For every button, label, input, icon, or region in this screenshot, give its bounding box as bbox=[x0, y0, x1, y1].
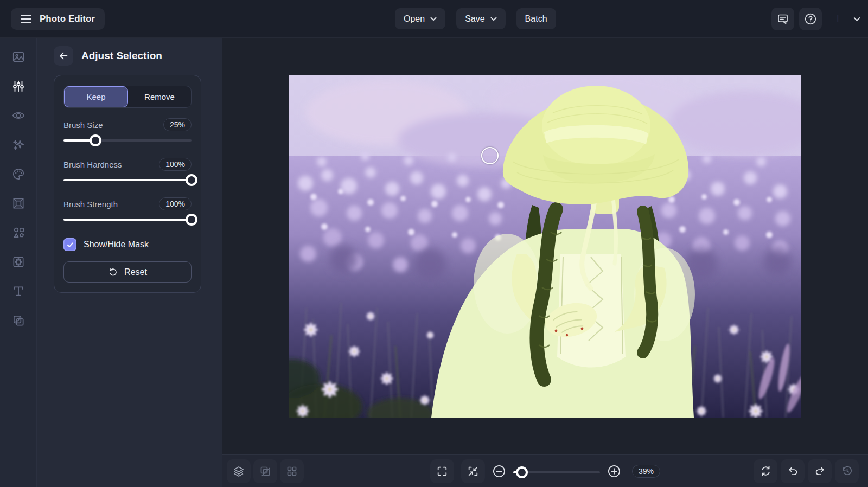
show-hide-mask-row[interactable]: Show/Hide Mask bbox=[63, 238, 192, 251]
canvas-area[interactable] bbox=[222, 38, 868, 454]
reload-icon bbox=[760, 465, 772, 477]
remove-tab[interactable]: Remove bbox=[128, 86, 191, 107]
redo-button[interactable] bbox=[808, 459, 832, 483]
rail-item-paint[interactable] bbox=[0, 159, 37, 189]
help-button[interactable] bbox=[799, 8, 822, 30]
undo-icon bbox=[787, 465, 799, 477]
reload-button[interactable] bbox=[754, 459, 777, 483]
bottom-toolbar: 39% bbox=[222, 454, 868, 487]
zoom-in-button[interactable] bbox=[607, 464, 621, 478]
rail-item-image[interactable] bbox=[0, 42, 37, 72]
fit-screen-button[interactable] bbox=[461, 459, 485, 483]
plus-circle-icon bbox=[607, 464, 621, 478]
zoom-value-badge[interactable]: 39% bbox=[632, 465, 660, 478]
adjustments-icon bbox=[11, 79, 25, 93]
help-icon bbox=[804, 12, 817, 25]
open-label: Open bbox=[404, 14, 425, 24]
back-button[interactable] bbox=[54, 46, 73, 66]
page-title: Adjust Selection bbox=[81, 50, 162, 62]
brush-strength-value: 100% bbox=[159, 197, 192, 210]
grid-icon bbox=[285, 465, 298, 478]
canvas-image bbox=[289, 75, 801, 418]
rail-item-text[interactable] bbox=[0, 277, 37, 306]
top-bar: Photo Editor Open Save Batch I bbox=[0, 0, 868, 38]
reset-label: Reset bbox=[124, 267, 147, 277]
brush-settings-card: Keep Remove Brush Size 25% Brush Hardnes… bbox=[54, 75, 201, 293]
brush-size-label: Brush Size bbox=[63, 120, 103, 130]
check-icon bbox=[66, 241, 74, 249]
open-button[interactable]: Open bbox=[395, 8, 445, 29]
fullscreen-button[interactable] bbox=[430, 459, 454, 483]
brush-strength-row: Brush Strength 100% bbox=[63, 197, 192, 227]
avatar[interactable]: I bbox=[827, 8, 848, 30]
chevron-down-icon bbox=[430, 17, 437, 21]
grid-view-button[interactable] bbox=[280, 459, 304, 483]
zoom-controls: 39% bbox=[430, 459, 660, 483]
fullscreen-icon bbox=[436, 465, 448, 477]
fit-screen-icon bbox=[467, 465, 479, 477]
comment-icon bbox=[776, 12, 789, 25]
topbar-actions: Open Save Batch bbox=[395, 8, 556, 29]
brush-strength-label: Brush Strength bbox=[63, 200, 118, 209]
brush-size-value: 25% bbox=[163, 118, 192, 131]
slider-thumb[interactable] bbox=[186, 214, 197, 226]
filter-frame-icon bbox=[11, 255, 25, 269]
keep-remove-segmented: Keep Remove bbox=[63, 86, 192, 108]
app-title: Photo Editor bbox=[40, 14, 95, 24]
toolbar-left bbox=[227, 459, 304, 483]
hamburger-icon bbox=[21, 15, 31, 23]
save-label: Save bbox=[465, 14, 484, 24]
brush-hardness-value: 100% bbox=[159, 158, 192, 171]
paint-palette-icon bbox=[11, 167, 25, 181]
canvas-photo[interactable] bbox=[289, 75, 801, 418]
zoom-out-button[interactable] bbox=[492, 464, 506, 478]
topbar-right: I bbox=[771, 0, 860, 38]
batch-button[interactable]: Batch bbox=[516, 8, 556, 29]
eye-icon bbox=[11, 108, 25, 123]
compare-button[interactable] bbox=[253, 459, 277, 483]
slider-thumb[interactable] bbox=[186, 174, 197, 186]
brush-size-row: Brush Size 25% bbox=[63, 118, 192, 148]
panel-header: Adjust Selection bbox=[54, 46, 222, 66]
compare-icon bbox=[259, 465, 272, 478]
rail-item-filter[interactable] bbox=[0, 247, 37, 277]
rail-item-frame[interactable] bbox=[0, 189, 37, 218]
chevron-down-icon bbox=[490, 17, 497, 21]
toolbar-right bbox=[754, 459, 859, 483]
brush-strength-slider[interactable] bbox=[63, 213, 192, 227]
rail-item-visibility[interactable] bbox=[0, 101, 37, 130]
history-button[interactable] bbox=[835, 459, 859, 483]
rail-item-effects[interactable] bbox=[0, 130, 37, 159]
mask-checkbox-label: Show/Hide Mask bbox=[84, 240, 149, 249]
frame-icon bbox=[11, 196, 25, 210]
reset-icon bbox=[108, 267, 118, 277]
feedback-button[interactable] bbox=[771, 8, 794, 30]
layers-button[interactable] bbox=[227, 459, 251, 483]
redo-icon bbox=[814, 465, 826, 477]
effects-sparkle-icon bbox=[11, 138, 25, 152]
rail-item-elements[interactable] bbox=[0, 218, 37, 247]
minus-circle-icon bbox=[492, 464, 506, 478]
rail-item-adjust[interactable] bbox=[0, 72, 37, 101]
image-icon bbox=[11, 50, 25, 64]
zoom-slider[interactable] bbox=[513, 465, 600, 479]
save-button[interactable]: Save bbox=[456, 8, 505, 29]
slider-thumb[interactable] bbox=[516, 466, 528, 478]
mask-checkbox[interactable] bbox=[63, 238, 76, 251]
reset-button[interactable]: Reset bbox=[63, 261, 192, 283]
brush-hardness-label: Brush Hardness bbox=[63, 160, 122, 169]
tool-rail bbox=[0, 38, 37, 487]
layers-icon bbox=[232, 465, 245, 478]
batch-label: Batch bbox=[525, 14, 547, 24]
keep-tab[interactable]: Keep bbox=[64, 86, 128, 107]
undo-button[interactable] bbox=[781, 459, 805, 483]
brush-size-slider[interactable] bbox=[63, 133, 192, 148]
chevron-down-icon bbox=[853, 17, 860, 22]
account-menu-chevron[interactable] bbox=[853, 17, 860, 22]
brush-hardness-row: Brush Hardness 100% bbox=[63, 158, 192, 187]
slider-thumb[interactable] bbox=[90, 134, 101, 146]
rail-item-duplicate[interactable] bbox=[0, 306, 37, 335]
text-icon bbox=[11, 284, 25, 298]
brush-hardness-slider[interactable] bbox=[63, 173, 192, 187]
main-menu-button[interactable]: Photo Editor bbox=[11, 8, 105, 30]
